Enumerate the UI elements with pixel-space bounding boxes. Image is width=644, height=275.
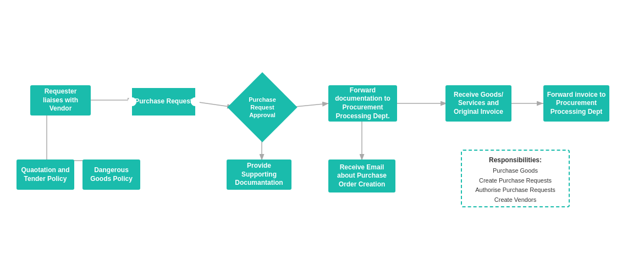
responsibilities-box: Responsibilities: Purchase Goods Create …: [461, 150, 570, 207]
provide-supporting-node: Provide Supporting Documantation: [227, 160, 291, 190]
arrows-svg: [0, 0, 644, 275]
forward-documentation-node: Forward documentation to Procurement Pro…: [328, 85, 397, 122]
forward-invoice-node: Forward invoice to Procurement Processin…: [543, 85, 609, 122]
receive-goods-node: Receive Goods/ Services and Original Inv…: [445, 85, 511, 122]
purchase-request-approval-node: Purchase Request Approval: [232, 81, 293, 134]
diagram-container: Requester liaises with Vendor Purchase R…: [0, 0, 644, 275]
purchase-request-node: Purchase Request: [132, 88, 195, 116]
requester-node: Requester liaises with Vendor: [30, 85, 91, 116]
quotation-node: Quaotation and Tender Policy: [16, 160, 74, 190]
receive-email-node: Receive Email about Purchase Order Creat…: [328, 160, 395, 193]
dangerous-goods-node: Dangerous Goods Policy: [82, 160, 140, 190]
